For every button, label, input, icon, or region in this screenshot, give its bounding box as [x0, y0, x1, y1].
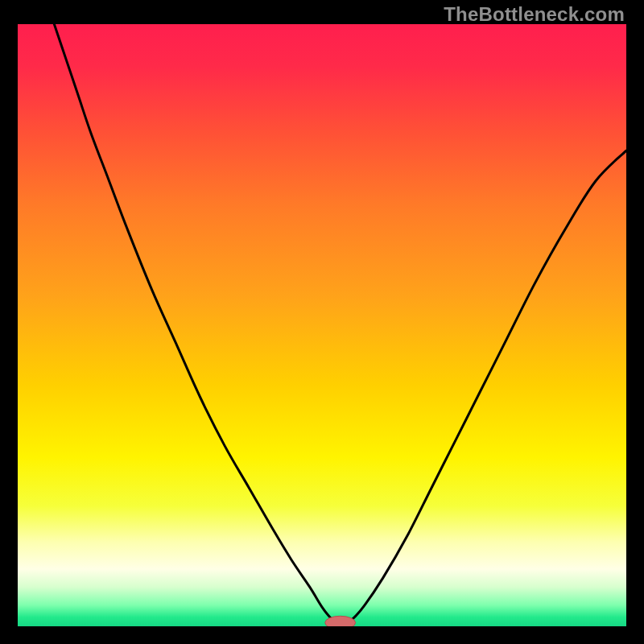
optimal-marker: [325, 616, 356, 626]
watermark-text: TheBottleneck.com: [444, 3, 625, 26]
chart-svg: [18, 24, 626, 626]
gradient-background: [18, 24, 626, 626]
plot-area: [18, 24, 626, 626]
chart-frame: TheBottleneck.com: [0, 0, 644, 644]
